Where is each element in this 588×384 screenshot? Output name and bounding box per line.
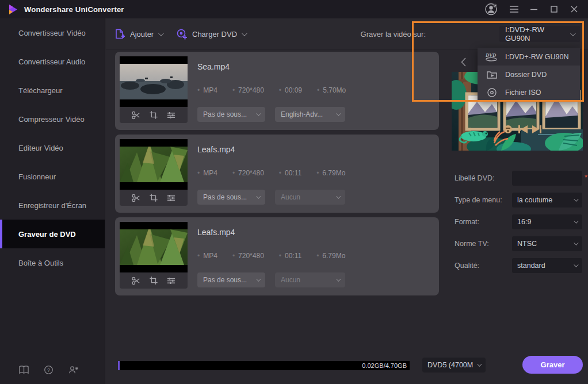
subtitle-select[interactable]: Pas de sous... (197, 272, 265, 287)
chevron-down-icon (242, 30, 247, 36)
setting-row-quality: Qualité: standard (455, 258, 588, 273)
iso-file-icon (485, 87, 499, 98)
help-icon[interactable] (44, 365, 54, 375)
video-format: MP4 (203, 252, 217, 260)
video-metadata: •MP4 •720*480 •00:11 •6.79Mo (197, 252, 345, 260)
sidebar-item-fusionneur[interactable]: Fusionneur (0, 162, 105, 191)
video-format: MP4 (203, 169, 217, 177)
community-icon[interactable] (68, 365, 79, 375)
audio-value: Aucun (281, 276, 300, 284)
scissors-icon[interactable] (131, 110, 141, 120)
add-files-label: Ajouter (130, 30, 154, 39)
tv-standard-value: NTSC (517, 240, 537, 248)
minimize-icon[interactable] (529, 5, 539, 14)
chevron-down-icon (158, 30, 164, 36)
video-list-item: Leafs.mp4 •MP4 •720*480 •00:11 •6.79Mo P… (115, 217, 439, 295)
subtitle-select[interactable]: Pas de sous... (197, 190, 265, 205)
crop-icon[interactable] (149, 193, 158, 202)
quality-label: Qualité: (455, 262, 512, 270)
leafs-thumbnail-image (120, 229, 188, 265)
setting-row-dvd-label: Libellé DVD: * (455, 171, 588, 186)
sidebar-item-telechargeur[interactable]: Téléchargeur (0, 76, 105, 105)
video-size: 6.79Mo (322, 169, 345, 177)
effects-icon[interactable] (166, 110, 176, 120)
video-resolution: 720*480 (238, 169, 264, 177)
setting-row-menu-type: Type de menu: la coutume (455, 193, 588, 208)
required-asterisk: * (585, 173, 587, 182)
scissors-icon[interactable] (131, 276, 141, 286)
dvd-label-input[interactable] (517, 174, 577, 182)
subtitle-select[interactable]: Pas de sous... (197, 107, 265, 122)
chevron-down-icon (570, 30, 576, 36)
app-window: Wondershare UniConverter Convertisseur V… (0, 0, 588, 384)
audio-select[interactable]: Aucun (275, 190, 345, 205)
load-dvd-label: Charger DVD (192, 30, 237, 39)
video-duration: 00:11 (285, 252, 301, 260)
video-list-item: Sea.mp4 •MP4 •720*480 •00:09 •5.70Mo Pas… (115, 52, 439, 130)
setting-row-tv-standard: Norme TV: NTSC (455, 236, 588, 251)
sidebar-item-convertisseur-video[interactable]: Convertisseur Vidéo (0, 18, 105, 47)
app-logo-icon (7, 4, 18, 15)
menu-item-dvd-drive[interactable]: I:DVD+-RW GU90N (478, 48, 580, 66)
effects-icon[interactable] (166, 276, 176, 286)
sidebar-item-graveur-de-dvd[interactable]: Graveur de DVD (0, 220, 105, 248)
capacity-progress-fill (118, 361, 120, 370)
tv-standard-select[interactable]: NTSC (512, 236, 582, 251)
dvd-label-input-wrap (512, 171, 582, 186)
burn-button[interactable]: Graver (522, 356, 583, 374)
audio-value: Aucun (281, 193, 300, 201)
video-duration: 00:09 (285, 86, 302, 94)
video-size: 5.70Mo (323, 86, 346, 94)
burn-target-dropdown-menu: I:DVD+-RW GU90N Dossier DVD Fichier ISO (478, 48, 580, 102)
video-list-item: Leafs.mp4 •MP4 •720*480 •00:11 •6.79Mo P… (115, 135, 439, 213)
format-select[interactable]: 16:9 (512, 214, 582, 229)
sidebar-item-convertisseur-audio[interactable]: Convertisseur Audio (0, 47, 105, 76)
video-thumbnail (120, 222, 188, 291)
menu-type-value: la coutume (517, 196, 552, 204)
video-resolution: 720*480 (238, 86, 264, 94)
capacity-progress-bar: 0.02GB/4.70GB (118, 361, 410, 370)
audio-select[interactable]: Aucun (275, 272, 345, 287)
sidebar: Convertisseur Vidéo Convertisseur Audio … (0, 18, 105, 384)
video-duration: 00:11 (285, 169, 301, 177)
burn-target-select[interactable]: I:DVD+-RW GU90N (499, 26, 580, 42)
menu-item-label: Fichier ISO (505, 89, 541, 97)
sidebar-item-boite-a-outils[interactable]: Boîte à Outils (0, 248, 105, 277)
book-icon[interactable] (18, 365, 29, 375)
video-thumbnail (120, 139, 188, 208)
crop-icon[interactable] (149, 110, 158, 120)
effects-icon[interactable] (166, 193, 176, 203)
burn-to-label: Graver la vidéo sur: (361, 18, 426, 49)
maximize-icon[interactable] (549, 5, 559, 14)
add-files-button[interactable]: Ajouter (114, 18, 162, 49)
hamburger-menu-icon[interactable] (509, 5, 518, 14)
sidebar-item-compresseur-video[interactable]: Compresseur Vidéo (0, 105, 105, 133)
menu-item-label: I:DVD+-RW GU90N (505, 53, 569, 61)
video-title: Leafs.mp4 (197, 145, 235, 154)
sidebar-item-editeur-video[interactable]: Editeur Vidéo (0, 133, 105, 162)
load-dvd-button[interactable]: Charger DVD (176, 18, 246, 49)
quality-select[interactable]: standard (512, 258, 582, 273)
add-file-icon (114, 28, 125, 40)
video-thumbnail (120, 56, 188, 125)
scissors-icon[interactable] (131, 193, 141, 203)
dvd-disc-icon (485, 52, 499, 62)
disc-type-select[interactable]: DVD5 (4700M (422, 358, 486, 373)
template-prev-arrow-icon[interactable] (460, 57, 467, 70)
close-icon[interactable] (570, 5, 579, 14)
menu-item-dvd-folder[interactable]: Dossier DVD (478, 66, 580, 83)
subtitle-value: Pas de sous... (203, 193, 247, 201)
sea-thumbnail-image (120, 64, 188, 99)
user-avatar-icon[interactable] (484, 2, 498, 16)
menu-type-select[interactable]: la coutume (512, 193, 582, 208)
app-title: Wondershare UniConverter (24, 5, 124, 14)
title-bar: Wondershare UniConverter (0, 0, 588, 18)
crop-icon[interactable] (149, 276, 158, 285)
video-size: 6.79Mo (322, 252, 345, 260)
sidebar-item-enregistreur-ecran[interactable]: Enregistreur d'Écran (0, 191, 105, 220)
format-label: Format: (455, 218, 512, 226)
audio-select[interactable]: English-Adv... (275, 107, 345, 122)
disc-type-value: DVD5 (4700M (427, 361, 473, 369)
setting-row-format: Format: 16:9 (455, 214, 588, 229)
menu-item-iso-file[interactable]: Fichier ISO (478, 83, 580, 101)
